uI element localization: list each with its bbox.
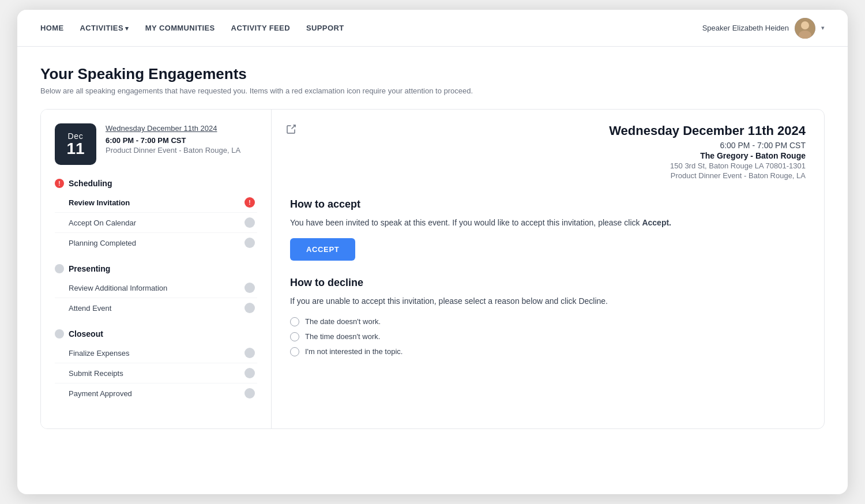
how-to-accept-title: How to accept: [290, 198, 806, 210]
planning-completed-label: Planning Completed: [69, 239, 136, 247]
nav-activities[interactable]: ACTIVITIES: [80, 24, 129, 32]
nav-bar: HOME ACTIVITIES MY COMMUNITIES ACTIVITY …: [17, 10, 848, 47]
left-panel: Dec 11 Wednesday December 11th 2024 6:00…: [41, 110, 272, 428]
decline-radio-1[interactable]: [290, 317, 299, 326]
avatar: [795, 18, 815, 39]
presenting-header: Presenting: [55, 264, 257, 273]
user-dropdown-arrow: ▾: [821, 24, 825, 32]
event-main-title: Wednesday December 11th 2024: [290, 123, 806, 138]
nav-home[interactable]: HOME: [40, 24, 64, 32]
right-panel: Wednesday December 11th 2024 6:00 PM - 7…: [272, 110, 824, 428]
decline-radio-2[interactable]: [290, 332, 299, 341]
nav-links: HOME ACTIVITIES MY COMMUNITIES ACTIVITY …: [40, 24, 344, 32]
step-review-invitation[interactable]: Review Invitation !: [55, 193, 257, 213]
accept-calendar-label: Accept On Calendar: [69, 219, 136, 227]
closeout-items: Finalize Expenses Submit Receipts Paymen…: [55, 343, 257, 403]
how-to-decline-text: If you are unable to accept this invitat…: [290, 295, 806, 307]
presenting-section: Presenting Review Additional Information…: [55, 264, 257, 318]
how-to-accept-section: How to accept You have been invited to s…: [290, 198, 806, 261]
date-info-time: 6:00 PM - 7:00 PM CST: [106, 136, 257, 145]
event-location: Product Dinner Event - Baton Rouge, LA: [290, 171, 806, 180]
planning-completed-icon: [245, 238, 255, 248]
page-title: Your Speaking Engagements: [40, 65, 825, 83]
accept-button[interactable]: ACCEPT: [290, 238, 355, 261]
review-additional-icon: [245, 283, 255, 293]
main-content: Your Speaking Engagements Below are all …: [17, 47, 848, 494]
review-additional-label: Review Additional Information: [69, 284, 167, 292]
date-info-event: Product Dinner Event - Baton Rouge, LA: [106, 146, 257, 155]
event-address: 150 3rd St, Baton Rouge LA 70801-1301: [290, 161, 806, 170]
event-time: 6:00 PM - 7:00 PM CST: [290, 141, 806, 150]
finalize-expenses-icon: [245, 348, 255, 358]
date-header: Dec 11 Wednesday December 11th 2024 6:00…: [55, 123, 257, 165]
closeout-indicator: [55, 329, 64, 338]
scheduling-section: ! Scheduling Review Invitation ! Accept …: [55, 179, 257, 253]
step-finalize-expenses[interactable]: Finalize Expenses: [55, 343, 257, 363]
how-to-decline-section: How to decline If you are unable to acce…: [290, 277, 806, 356]
app-window: HOME ACTIVITIES MY COMMUNITIES ACTIVITY …: [17, 10, 848, 494]
decline-option-3[interactable]: I'm not interested in the topic.: [290, 347, 806, 356]
decline-radio-3[interactable]: [290, 347, 299, 356]
step-attend-event[interactable]: Attend Event: [55, 298, 257, 318]
date-info: Wednesday December 11th 2024 6:00 PM - 7…: [106, 123, 257, 155]
scheduling-header: ! Scheduling: [55, 179, 257, 188]
decline-option-3-label: I'm not interested in the topic.: [305, 347, 403, 356]
presenting-indicator: [55, 264, 64, 273]
user-name: Speaker Elizabeth Heiden: [702, 24, 789, 32]
event-venue: The Gregory - Baton Rouge: [290, 151, 806, 160]
submit-receipts-label: Submit Receipts: [69, 369, 123, 378]
closeout-title: Closeout: [69, 329, 103, 338]
decline-option-2[interactable]: The time doesn't work.: [290, 332, 806, 341]
presenting-title: Presenting: [69, 264, 110, 273]
scheduling-indicator: !: [55, 179, 64, 188]
how-to-decline-title: How to decline: [290, 277, 806, 289]
date-badge-day: 11: [66, 141, 84, 157]
svg-point-1: [801, 21, 809, 29]
decline-option-2-label: The time doesn't work.: [305, 332, 380, 341]
scheduling-title: Scheduling: [69, 179, 112, 188]
how-to-accept-text: You have been invited to speak at this e…: [290, 216, 806, 229]
engagement-card: Dec 11 Wednesday December 11th 2024 6:00…: [40, 109, 825, 429]
scheduling-items: Review Invitation ! Accept On Calendar P…: [55, 193, 257, 253]
closeout-section: Closeout Finalize Expenses Submit Receip…: [55, 329, 257, 403]
payment-approved-label: Payment Approved: [69, 389, 132, 398]
event-title-block: Wednesday December 11th 2024 6:00 PM - 7…: [290, 123, 806, 180]
finalize-expenses-label: Finalize Expenses: [69, 349, 130, 358]
attend-event-label: Attend Event: [69, 304, 111, 313]
user-menu[interactable]: Speaker Elizabeth Heiden ▾: [702, 18, 825, 39]
nav-support[interactable]: SUPPORT: [306, 24, 344, 32]
nav-my-communities[interactable]: MY COMMUNITIES: [145, 24, 215, 32]
page-subtitle: Below are all speaking engagements that …: [40, 86, 825, 95]
attend-event-icon: [245, 303, 255, 313]
payment-approved-icon: [245, 388, 255, 398]
review-invitation-icon: !: [245, 197, 255, 208]
decline-option-1-label: The date doesn't work.: [305, 317, 381, 326]
step-accept-calendar[interactable]: Accept On Calendar: [55, 213, 257, 233]
step-submit-receipts[interactable]: Submit Receipts: [55, 363, 257, 383]
external-link-icon[interactable]: [285, 123, 297, 138]
date-badge: Dec 11: [55, 123, 96, 165]
step-payment-approved[interactable]: Payment Approved: [55, 383, 257, 403]
accept-calendar-icon: [245, 217, 255, 228]
date-info-full[interactable]: Wednesday December 11th 2024: [106, 123, 257, 134]
nav-activity-feed[interactable]: ACTIVITY FEED: [231, 24, 290, 32]
submit-receipts-icon: [245, 368, 255, 378]
decline-option-1[interactable]: The date doesn't work.: [290, 317, 806, 326]
step-review-additional[interactable]: Review Additional Information: [55, 278, 257, 298]
presenting-items: Review Additional Information Attend Eve…: [55, 278, 257, 318]
review-invitation-label: Review Invitation: [69, 198, 130, 207]
step-planning-completed[interactable]: Planning Completed: [55, 233, 257, 253]
closeout-header: Closeout: [55, 329, 257, 338]
